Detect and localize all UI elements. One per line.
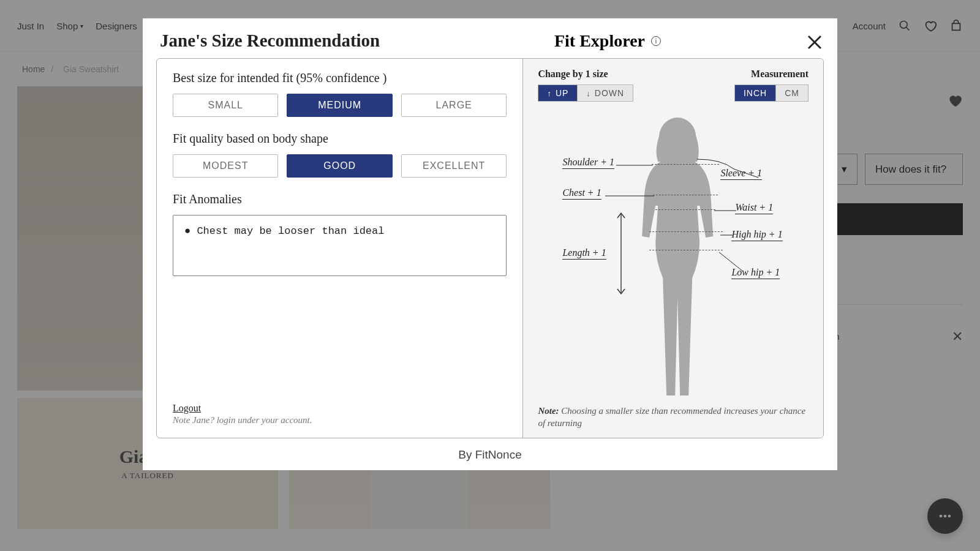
callout-length: Length + 1 xyxy=(562,247,606,260)
anomaly-text: Chest may be looser than ideal xyxy=(197,225,384,237)
callout-chest: Chest + 1 xyxy=(562,187,601,200)
close-button[interactable] xyxy=(805,33,824,51)
size-down-button[interactable]: ↓ DOWN xyxy=(577,85,633,101)
size-up-button[interactable]: ↑ UP xyxy=(538,85,577,101)
modal-title: Jane's Size Recommendation xyxy=(160,31,380,51)
quality-good-button[interactable]: GOOD xyxy=(287,154,392,178)
size-medium-button[interactable]: MEDIUM xyxy=(287,94,392,117)
anomalies-label: Fit Anomalies xyxy=(173,192,507,206)
arrow-down-icon: ↓ xyxy=(586,89,591,98)
note-text: Choosing a smaller size than recommended… xyxy=(538,406,805,428)
quality-buttons: MODEST GOOD EXCELLENT xyxy=(173,154,507,178)
fit-explorer-panel: Change by 1 size ↑ UP ↓ DOWN Measurement xyxy=(523,59,823,438)
fit-explorer-title: Fit Explorer i xyxy=(554,31,661,51)
size-direction-toggle: ↑ UP ↓ DOWN xyxy=(538,84,633,102)
recommendation-panel: Best size for intended fit (95% confiden… xyxy=(157,59,523,438)
fit-note: Note: Choosing a smaller size than recom… xyxy=(538,405,809,430)
unit-toggle: INCH CM xyxy=(734,84,809,102)
size-large-button[interactable]: LARGE xyxy=(401,94,507,117)
best-size-label: Best size for intended fit (95% confiden… xyxy=(173,71,507,85)
down-label: DOWN xyxy=(595,88,624,98)
callout-waist: Waist + 1 xyxy=(735,202,773,214)
body-figure: Shoulder + 1 Chest + 1 Length + 1 Sleeve… xyxy=(538,108,809,405)
login-note: Note Jane? login under your account. xyxy=(173,415,507,425)
modal-header: Jane's Size Recommendation Fit Explorer … xyxy=(143,18,837,58)
callout-shoulder: Shoulder + 1 xyxy=(562,157,614,169)
fit-quality-label: Fit quality based on body shape xyxy=(173,132,507,146)
size-recommendation-modal: Jane's Size Recommendation Fit Explorer … xyxy=(143,18,837,470)
quality-excellent-button[interactable]: EXCELLENT xyxy=(401,154,507,178)
silhouette-icon xyxy=(622,114,733,402)
fit-explorer-label: Fit Explorer xyxy=(554,31,645,51)
callout-high-hip: High hip + 1 xyxy=(731,229,782,241)
unit-cm-button[interactable]: CM xyxy=(775,85,808,101)
note-prefix: Note: xyxy=(538,406,559,416)
logout-link[interactable]: Logout xyxy=(173,403,507,414)
measurement-label: Measurement xyxy=(751,69,809,80)
modal-footer: By FitNonce xyxy=(143,438,837,470)
anomaly-item: ● Chest may be looser than ideal xyxy=(184,225,495,237)
anomalies-box: ● Chest may be looser than ideal xyxy=(173,215,507,276)
change-size-label: Change by 1 size xyxy=(538,69,633,80)
quality-modest-button[interactable]: MODEST xyxy=(173,154,278,178)
size-buttons: SMALL MEDIUM LARGE xyxy=(173,94,507,117)
size-small-button[interactable]: SMALL xyxy=(173,94,278,117)
up-label: UP xyxy=(556,88,568,98)
info-icon[interactable]: i xyxy=(651,36,661,46)
unit-inch-button[interactable]: INCH xyxy=(735,85,775,101)
arrow-up-icon: ↑ xyxy=(547,89,552,98)
